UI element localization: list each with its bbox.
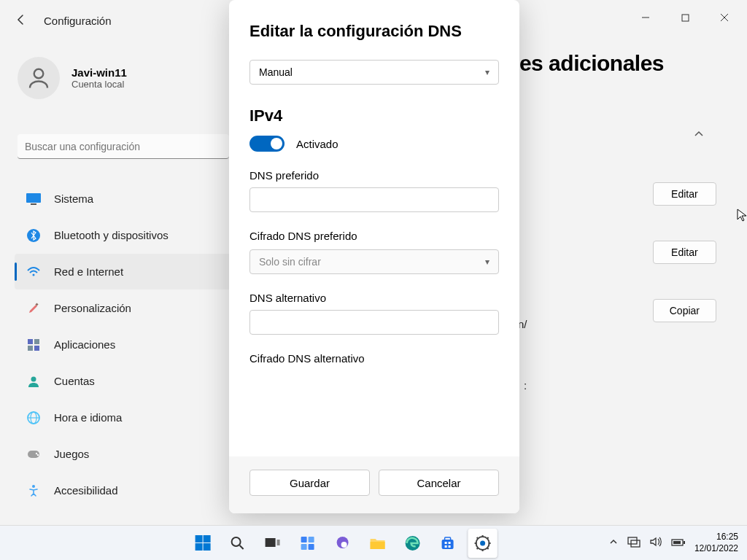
cancel-button[interactable]: Cancelar [379, 470, 499, 496]
accessibility-icon [26, 483, 41, 498]
svg-point-21 [32, 485, 35, 488]
sidebar-item-label: Juegos [54, 448, 89, 460]
svg-rect-32 [371, 542, 385, 549]
chevron-down-icon: ▾ [485, 67, 489, 77]
sidebar-nav: Sistema Bluetooth y dispositivos Red e I… [15, 181, 233, 508]
chevron-down-icon: ▾ [485, 257, 489, 267]
volume-tray-icon[interactable] [649, 536, 662, 551]
alternate-dns-encryption-label: Cifrado DNS alternativo [249, 352, 499, 365]
svg-rect-34 [442, 540, 454, 549]
ipv4-toggle[interactable] [249, 136, 285, 152]
sidebar-item-label: Hora e idioma [54, 411, 122, 424]
preferred-dns-label: DNS preferido [249, 169, 499, 182]
svg-rect-28 [301, 544, 307, 550]
svg-rect-5 [26, 193, 41, 203]
search-button[interactable] [223, 529, 252, 558]
tray-overflow-button[interactable] [608, 537, 619, 550]
edge-button[interactable] [398, 529, 427, 558]
clock[interactable]: 16:25 12/01/2022 [694, 532, 738, 554]
edit-button[interactable]: Editar [653, 241, 716, 264]
svg-rect-26 [301, 537, 307, 542]
user-account-type: Cuenta local [71, 79, 127, 90]
svg-rect-37 [449, 542, 451, 544]
edit-button[interactable]: Editar [653, 182, 716, 206]
start-button[interactable] [188, 529, 217, 558]
svg-rect-29 [309, 544, 314, 550]
svg-point-22 [232, 537, 241, 546]
task-view-button[interactable] [258, 529, 287, 558]
ipv4-toggle-label: Activado [296, 138, 338, 150]
ipv4-section-title: IPv4 [249, 106, 499, 125]
svg-point-19 [36, 452, 37, 454]
alternate-dns-input[interactable] [249, 310, 499, 335]
sidebar-item-label: Bluetooth y dispositivos [54, 229, 169, 241]
sidebar-item-personalization[interactable]: Personalización [15, 290, 233, 326]
alternate-dns-label: DNS alternativo [249, 292, 499, 304]
gamepad-icon [26, 447, 41, 462]
copy-button[interactable]: Copiar [653, 299, 716, 322]
bluetooth-icon [26, 228, 41, 243]
svg-rect-36 [445, 542, 447, 544]
file-explorer-button[interactable] [363, 529, 392, 558]
svg-rect-39 [449, 545, 451, 548]
svg-rect-1 [682, 15, 689, 21]
person-icon [26, 374, 41, 389]
sidebar-item-accessibility[interactable]: Accesibilidad [15, 472, 233, 508]
sidebar-item-label: Personalización [54, 302, 131, 314]
system-tray: 16:25 12/01/2022 [608, 532, 738, 554]
preferred-dns-encryption-select[interactable]: Solo sin cifrar ▾ [249, 249, 499, 274]
battery-tray-icon[interactable] [671, 537, 686, 550]
svg-rect-27 [309, 537, 314, 542]
sidebar-item-label: Aplicaciones [54, 338, 115, 351]
sidebar-item-bluetooth[interactable]: Bluetooth y dispositivos [15, 217, 233, 253]
close-button[interactable] [708, 6, 741, 29]
svg-rect-25 [277, 540, 280, 545]
svg-line-48 [477, 548, 479, 549]
svg-rect-12 [28, 346, 33, 351]
sidebar-item-gaming[interactable]: Juegos [15, 436, 233, 472]
dns-mode-select[interactable]: Manual ▾ [249, 60, 499, 85]
sidebar-item-apps[interactable]: Aplicaciones [15, 327, 233, 362]
preferred-dns-input[interactable] [249, 187, 499, 212]
dns-mode-value: Manual [259, 66, 293, 78]
svg-point-8 [33, 273, 35, 276]
network-tray-icon[interactable] [627, 536, 640, 551]
preferred-dns-encryption-label: Cifrado DNS preferido [249, 230, 499, 242]
taskbar: 16:25 12/01/2022 [0, 525, 747, 560]
sidebar-item-time-language[interactable]: Hora e idioma [15, 400, 233, 435]
chevron-up-icon[interactable] [693, 128, 705, 140]
user-block[interactable]: Javi-win11 Cuenta local [18, 57, 127, 99]
svg-rect-53 [684, 541, 685, 544]
back-button[interactable] [15, 13, 28, 28]
store-button[interactable] [433, 529, 462, 558]
chat-button[interactable] [328, 529, 357, 558]
sidebar-item-accounts[interactable]: Cuentas [15, 363, 233, 399]
save-button[interactable]: Guardar [249, 470, 370, 496]
svg-point-41 [480, 540, 485, 545]
svg-point-14 [31, 376, 36, 381]
sidebar-item-system[interactable]: Sistema [15, 181, 233, 217]
maximize-button[interactable] [668, 6, 702, 29]
svg-rect-38 [445, 545, 447, 548]
svg-point-31 [341, 542, 347, 548]
sidebar-item-network[interactable]: Red e Internet [15, 254, 233, 289]
globe-clock-icon [26, 411, 41, 425]
svg-rect-6 [31, 203, 36, 205]
svg-rect-24 [266, 538, 276, 547]
user-text: Javi-win11 Cuenta local [71, 66, 127, 90]
svg-point-20 [37, 454, 39, 455]
sidebar-item-label: Sistema [54, 192, 93, 205]
sidebar-item-label: Red e Internet [54, 265, 123, 278]
actions-column: Editar Editar Copiar [653, 182, 716, 322]
search-input[interactable] [18, 134, 229, 159]
minimize-button[interactable] [629, 6, 662, 29]
search-container [18, 134, 229, 159]
svg-point-4 [34, 69, 44, 79]
svg-rect-10 [28, 339, 33, 344]
clock-time: 16:25 [694, 532, 738, 543]
preferred-dns-encryption-value: Solo sin cifrar [259, 256, 321, 268]
settings-button[interactable] [468, 529, 498, 558]
svg-rect-54 [673, 541, 681, 544]
sidebar-item-label: Accesibilidad [54, 484, 118, 497]
widgets-button[interactable] [293, 529, 322, 558]
